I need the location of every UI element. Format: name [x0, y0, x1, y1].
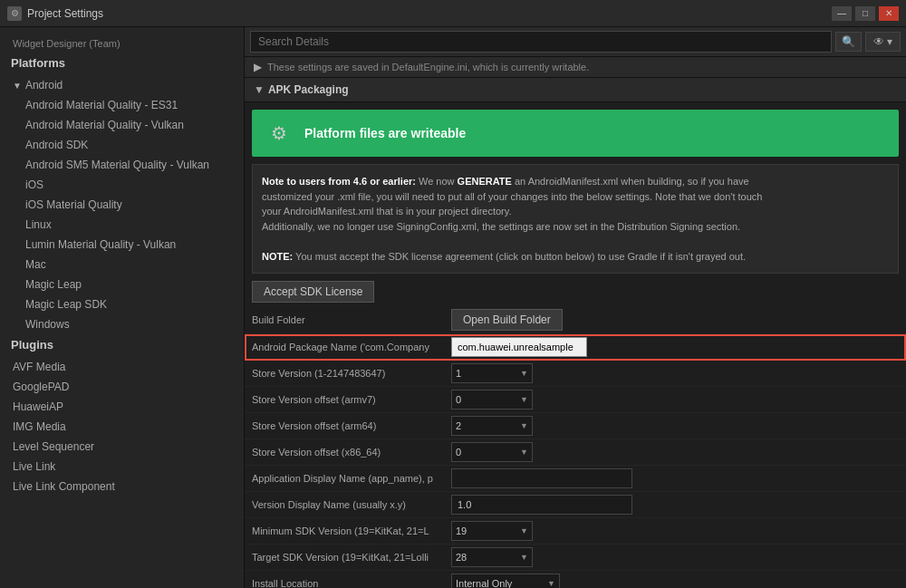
open-build-folder-button[interactable]: Open Build Folder	[451, 309, 563, 331]
sidebar-item-magic-leap[interactable]: Magic Leap	[0, 275, 244, 294]
setting-row-build-folder: Build Folder Open Build Folder	[245, 306, 906, 334]
x86-64-value: 0	[456, 447, 516, 458]
content-area: 🔍 👁 ▾ ▶ These settings are saved in Defa…	[245, 27, 906, 588]
sidebar-item-android[interactable]: ▼ Android	[0, 75, 244, 95]
store-version-dropdown[interactable]: 1 ▼	[451, 363, 533, 383]
sidebar-item-widget-designer[interactable]: Widget Designer (Team)	[0, 34, 244, 53]
package-name-input[interactable]	[451, 337, 587, 357]
chevron-down-icon: ▼	[520, 395, 528, 404]
setting-value-install-location: Internal Only ▼	[451, 574, 899, 588]
setting-row-version-display: Version Display Name (usually x.y)	[245, 492, 906, 518]
setting-value-target-sdk: 28 ▼	[451, 547, 899, 567]
sidebar-item-googlepad[interactable]: GooglePAD	[0, 377, 244, 397]
sidebar-item-android-vulkan[interactable]: Android Material Quality - Vulkan	[0, 115, 244, 135]
setting-label-build-folder: Build Folder	[252, 314, 451, 325]
note-line4: Additionally, we no longer use SigningCo…	[262, 219, 889, 235]
section-header-apk: ▼ APK Packaging	[245, 78, 906, 102]
min-sdk-value: 19	[456, 525, 516, 536]
note-line1: Note to users from 4.6 or earlier: We no…	[262, 174, 889, 189]
setting-row-armv7: Store Version offset (armv7) 0 ▼	[245, 387, 906, 413]
sidebar-section-platforms: Platforms	[0, 53, 244, 75]
setting-label-arm64: Store Version offset (arm64)	[252, 420, 451, 431]
sidebar-item-level-sequencer[interactable]: Level Sequencer	[0, 437, 244, 457]
chevron-down-icon: ▼	[520, 553, 528, 562]
sidebar-item-avf-media[interactable]: AVF Media	[0, 357, 244, 377]
sidebar-item-linux[interactable]: Linux	[0, 215, 244, 235]
search-input[interactable]	[250, 31, 832, 53]
maximize-button[interactable]: □	[855, 6, 875, 21]
sidebar-item-huaweiap[interactable]: HuaweiAP	[0, 397, 244, 417]
eye-button[interactable]: 👁 ▾	[865, 32, 901, 52]
close-button[interactable]: ✕	[879, 6, 899, 21]
arm64-value: 2	[456, 420, 516, 431]
setting-label-x86-64: Store Version offset (x86_64)	[252, 447, 451, 458]
writeable-icon: ⚙	[263, 117, 295, 149]
sidebar-item-magic-leap-sdk[interactable]: Magic Leap SDK	[0, 294, 244, 314]
min-sdk-dropdown[interactable]: 19 ▼	[451, 521, 533, 541]
setting-label-install-location: Install Location	[252, 578, 451, 588]
sidebar-item-android-sdk[interactable]: Android SDK	[0, 135, 244, 155]
minimize-button[interactable]: —	[832, 6, 852, 21]
setting-label-target-sdk: Target SDK Version (19=KitKat, 21=Lolli	[252, 552, 451, 563]
search-bar: 🔍 👁 ▾	[245, 27, 906, 57]
setting-row-store-version: Store Version (1-2147483647) 1 ▼	[245, 361, 906, 387]
target-sdk-dropdown[interactable]: 28 ▼	[451, 547, 533, 567]
setting-value-build-folder: Open Build Folder	[451, 309, 899, 331]
sidebar-item-ios-quality[interactable]: iOS Material Quality	[0, 195, 244, 215]
setting-value-min-sdk: 19 ▼	[451, 521, 899, 541]
section-arrow-icon: ▼	[254, 83, 265, 96]
info-bar-text: These settings are saved in DefaultEngin…	[267, 62, 589, 72]
main-layout: Widget Designer (Team) Platforms ▼ Andro…	[0, 27, 906, 588]
armv7-value: 0	[456, 394, 516, 405]
setting-row-target-sdk: Target SDK Version (19=KitKat, 21=Lolli …	[245, 545, 906, 571]
setting-label-min-sdk: Minimum SDK Version (19=KitKat, 21=L	[252, 525, 451, 536]
sidebar-item-img-media[interactable]: IMG Media	[0, 417, 244, 437]
sidebar-item-lumin[interactable]: Lumin Material Quality - Vulkan	[0, 235, 244, 255]
sidebar-item-android-sm5[interactable]: Android SM5 Material Quality - Vulkan	[0, 155, 244, 175]
sdk-row: Accept SDK License	[252, 281, 899, 303]
setting-row-min-sdk: Minimum SDK Version (19=KitKat, 21=L 19 …	[245, 518, 906, 545]
setting-row-display-name: Application Display Name (app_name), p	[245, 466, 906, 492]
info-bar: ▶ These settings are saved in DefaultEng…	[245, 57, 906, 78]
setting-value-x86-64: 0 ▼	[451, 442, 899, 462]
display-name-input[interactable]	[451, 468, 632, 488]
version-display-input[interactable]	[451, 495, 632, 515]
chevron-down-icon: ▼	[13, 81, 22, 91]
note-line5: NOTE: You must accept the SDK license ag…	[262, 249, 889, 265]
sidebar-item-mac[interactable]: Mac	[0, 255, 244, 275]
app-icon: ⚙	[7, 6, 22, 21]
setting-value-armv7: 0 ▼	[451, 390, 899, 410]
note-line2: customized your .xml file, you will need…	[262, 189, 889, 205]
chevron-down-icon: ▼	[520, 369, 528, 378]
sidebar-item-live-link-component[interactable]: Live Link Component	[0, 477, 244, 496]
window-title: Project Settings	[27, 7, 832, 20]
chevron-down-icon: ▼	[520, 448, 528, 457]
chevron-down-icon: ▼	[520, 421, 528, 430]
setting-value-version-display	[451, 495, 899, 515]
sidebar-item-android-es31[interactable]: Android Material Quality - ES31	[0, 95, 244, 115]
setting-value-package-name	[451, 337, 899, 357]
search-button[interactable]: 🔍	[835, 32, 862, 52]
target-sdk-value: 28	[456, 552, 516, 563]
setting-label-store-version: Store Version (1-2147483647)	[252, 368, 451, 379]
setting-value-display-name	[451, 468, 899, 488]
chevron-down-icon: ▼	[520, 526, 528, 535]
sidebar: Widget Designer (Team) Platforms ▼ Andro…	[0, 27, 245, 588]
arm64-dropdown[interactable]: 2 ▼	[451, 416, 533, 436]
setting-value-arm64: 2 ▼	[451, 416, 899, 436]
settings-table: Build Folder Open Build Folder Android P…	[245, 306, 906, 588]
sidebar-item-windows[interactable]: Windows	[0, 314, 244, 334]
writeable-text: Platform files are writeable	[304, 126, 466, 140]
section-title: APK Packaging	[268, 83, 349, 96]
info-icon: ▶	[254, 61, 262, 73]
chevron-down-icon: ▼	[547, 579, 555, 588]
sidebar-item-live-link[interactable]: Live Link	[0, 457, 244, 477]
sidebar-item-ios[interactable]: iOS	[0, 175, 244, 195]
x86-64-dropdown[interactable]: 0 ▼	[451, 442, 533, 462]
accept-sdk-button[interactable]: Accept SDK License	[252, 281, 374, 303]
armv7-dropdown[interactable]: 0 ▼	[451, 390, 533, 410]
setting-label-version-display: Version Display Name (usually x.y)	[252, 499, 451, 510]
install-location-dropdown[interactable]: Internal Only ▼	[451, 574, 560, 588]
install-location-value: Internal Only	[456, 578, 544, 588]
setting-label-package-name: Android Package Name ('com.Company	[252, 342, 451, 352]
